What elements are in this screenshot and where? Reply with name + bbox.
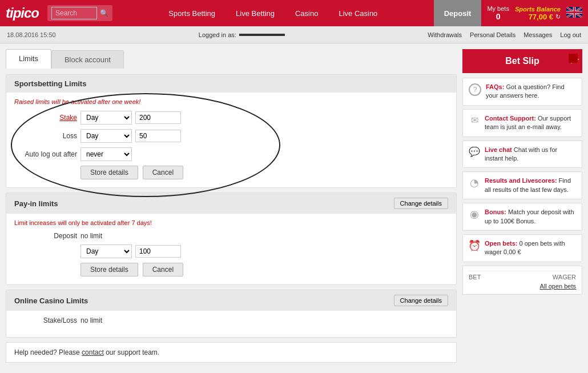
casino-stake-row: Stake/Loss no limit [14, 316, 448, 324]
sidebar-livechat: 💬 Live chat Chat with us for instant hel… [462, 141, 582, 169]
sports-balance-label: Sports Balance [515, 6, 561, 13]
main-nav: Sports Betting Live Betting Casino Live … [118, 0, 428, 26]
logout-link[interactable]: Log out [560, 31, 581, 38]
search-box[interactable]: 🔍 [47, 5, 112, 21]
all-open-bets: All open bets [469, 283, 576, 290]
payin-store-btn[interactable]: Store details [80, 263, 138, 276]
logged-in-section: Logged in as: [199, 31, 285, 38]
stake-value-input[interactable] [135, 111, 181, 124]
open-bets-icon: ⏰ [469, 240, 480, 251]
contact-text: Contact Support: Our support team is jus… [485, 114, 576, 132]
svg-point-1 [11, 94, 280, 196]
nav-casino[interactable]: Casino [285, 0, 328, 26]
bet-slip-header: Bet Slip ▶ [462, 49, 582, 73]
deposit-label: Deposit [14, 232, 77, 240]
nav-live-casino[interactable]: Live Casino [328, 0, 388, 26]
results-text: Results and Livescores: Find all results… [485, 177, 576, 194]
bonus-icon: ◉ [469, 208, 480, 220]
tabs: Limits Block account [6, 49, 457, 69]
subheader-links: Withdrawals Personal Details Messages Lo… [428, 31, 581, 38]
sportsbetting-cancel-btn[interactable]: Cancel [143, 166, 183, 179]
bet-slip-title: Bet Slip [505, 56, 539, 66]
sidebar-results: ◔ Results and Livescores: Find all resul… [462, 171, 582, 199]
help-text: Help needed? Please [14, 348, 82, 356]
help-bar: Help needed? Please contact our support … [6, 342, 457, 363]
sports-balance: Sports Balance 77,00 € ↻ [515, 6, 561, 21]
sidebar: Bet Slip ▶ ? FAQs: Got a question? Find … [462, 49, 582, 363]
payin-cancel-btn[interactable]: Cancel [143, 263, 183, 276]
stake-row: Stake DayWeekMonth [14, 111, 448, 125]
casino-change-btn[interactable]: Change details [394, 295, 448, 306]
payin-period-select[interactable]: DayWeekMonth [80, 244, 132, 258]
subheader: 18.08.2016 15:50 Logged in as: Withdrawa… [0, 26, 588, 43]
sidebar-bonus: ◉ Bonus: Match your deposit with up to 1… [462, 203, 582, 231]
sportsbetting-title: Sportsbetting Limits [14, 79, 86, 88]
loss-value-input[interactable] [135, 130, 181, 142]
sportsbetting-note: Raised limits will be activated after on… [14, 98, 448, 105]
help-contact-link[interactable]: contact [82, 348, 104, 356]
my-bets: My bets 0 [487, 5, 509, 21]
open-bets-columns: BET WAGER [469, 271, 576, 280]
bonus-text: Bonus: Match your deposit with up to 100… [485, 208, 576, 226]
tab-limits[interactable]: Limits [6, 49, 51, 69]
sportsbetting-body: Raised limits will be activated after on… [6, 93, 456, 187]
deposit-value: no limit [80, 232, 102, 240]
search-input[interactable] [51, 7, 97, 19]
faq-icon: ? [469, 83, 481, 96]
tab-block-account[interactable]: Block account [51, 50, 124, 69]
casino-body: Stake/Loss no limit [6, 311, 456, 337]
loss-period-select[interactable]: DayWeekMonth [80, 129, 132, 143]
loss-label: Loss [14, 132, 77, 140]
refresh-icon[interactable]: ↻ [555, 13, 561, 21]
faq-text: FAQs: Got a question? Find your answers … [486, 83, 576, 101]
open-bets-section: BET WAGER All open bets [462, 266, 582, 295]
loss-row: Loss DayWeekMonth [14, 129, 448, 143]
nav-live-betting[interactable]: Live Betting [225, 0, 285, 26]
casino-header: Online Casino Limits Change details [6, 290, 456, 311]
deposit-button[interactable]: Deposit [434, 0, 482, 26]
sports-balance-amount: 77,00 € [529, 13, 553, 21]
contact-icon: ✉ [469, 115, 480, 126]
help-text2: our support team. [104, 348, 159, 356]
nav-sports-betting[interactable]: Sports Betting [158, 0, 225, 26]
payin-title: Pay-in limits [14, 199, 58, 208]
bet-slip-icon: ▶ [571, 53, 579, 65]
logged-in-label: Logged in as: [199, 31, 236, 38]
casino-section: Online Casino Limits Change details Stak… [6, 290, 457, 338]
messages-link[interactable]: Messages [523, 31, 552, 38]
results-icon: ◔ [469, 177, 480, 188]
auto-logout-label: Auto log out after [14, 150, 77, 158]
payin-note: Limit increases will only be activated a… [14, 219, 448, 226]
sportsbetting-section: Sportsbetting Limits Raised limits will … [6, 74, 457, 188]
sportsbetting-btn-group: Store details Cancel [80, 166, 448, 179]
casino-stake-label: Stake/Loss [14, 316, 77, 324]
sportsbetting-store-btn[interactable]: Store details [80, 166, 138, 179]
payin-section: Pay-in limits Change details Limit incre… [6, 192, 457, 285]
casino-title: Online Casino Limits [14, 296, 88, 305]
datetime: 18.08.2016 15:50 [7, 31, 56, 38]
auto-logout-select[interactable]: never1 hour2 hours4 hours [80, 147, 132, 161]
auto-logout-row: Auto log out after never1 hour2 hours4 h… [14, 147, 448, 161]
all-open-bets-link[interactable]: All open bets [539, 283, 576, 290]
main-header: tipico 🔍 Sports Betting Live Betting Cas… [0, 0, 588, 26]
withdrawals-link[interactable]: Withdrawals [428, 31, 462, 38]
payin-btn-group: Store details Cancel [80, 263, 448, 276]
stake-label: Stake [14, 114, 77, 122]
payin-period-row: DayWeekMonth [14, 244, 448, 258]
my-bets-count: 0 [496, 12, 501, 21]
payin-value-input[interactable] [135, 245, 181, 258]
casino-stake-value: no limit [80, 316, 102, 324]
logo: tipico [6, 5, 39, 21]
content-area: Limits Block account Sportsbetting Limit… [6, 49, 457, 363]
payin-change-btn[interactable]: Change details [394, 198, 448, 209]
payin-header: Pay-in limits Change details [6, 193, 456, 214]
my-bets-label: My bets [487, 5, 509, 12]
livechat-icon: 💬 [469, 146, 480, 158]
personal-details-link[interactable]: Personal Details [470, 31, 515, 38]
sidebar-contact: ✉ Contact Support: Our support team is j… [462, 109, 582, 137]
stake-period-select[interactable]: DayWeekMonth [80, 111, 132, 125]
flag-icon[interactable] [566, 7, 582, 19]
main-container: Limits Block account Sportsbetting Limit… [0, 43, 588, 368]
livechat-text: Live chat Chat with us for instant help. [485, 146, 576, 163]
deposit-static-row: Deposit no limit [14, 232, 448, 240]
